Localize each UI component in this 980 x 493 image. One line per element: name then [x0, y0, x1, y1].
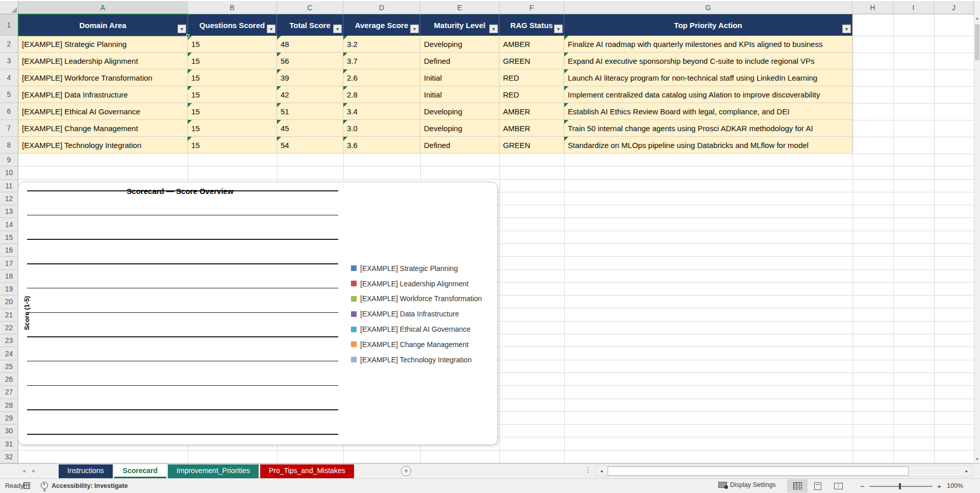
horizontal-scrollbar[interactable]: ◂ ▸ — [596, 465, 972, 477]
column-header-e[interactable]: E — [420, 1, 499, 14]
legend-item[interactable]: [EXAMPLE] Change Management — [351, 337, 482, 352]
legend-item[interactable]: [EXAMPLE] Workforce Transformation — [351, 291, 482, 307]
macro-record-icon[interactable] — [23, 482, 30, 489]
cell-questions-scored[interactable]: 15 — [188, 36, 277, 53]
row-header[interactable]: 15 — [0, 231, 18, 244]
scroll-down-icon[interactable]: ▼ — [974, 454, 980, 463]
scroll-up-icon[interactable]: ▲ — [974, 13, 980, 22]
cell-top-priority-action[interactable]: Expand AI executive sponsorship beyond C… — [564, 53, 852, 69]
cell-questions-scored[interactable]: 15 — [188, 69, 277, 86]
horizontal-scroll-thumb[interactable] — [608, 466, 909, 476]
sheet-grid[interactable] — [852, 36, 974, 154]
scroll-right-icon[interactable]: ▸ — [963, 466, 971, 476]
normal-view-button[interactable] — [787, 479, 808, 492]
header-cell-average-score[interactable]: Average Score ▾ — [343, 14, 420, 36]
cell-questions-scored[interactable]: 15 — [188, 137, 277, 154]
row-header[interactable]: 8 — [0, 137, 18, 154]
cell-domain-area[interactable]: [EXAMPLE] Technology Integration — [18, 137, 188, 154]
page-break-view-button[interactable] — [828, 479, 848, 492]
row-header[interactable]: 32 — [0, 451, 18, 463]
cell-domain-area[interactable]: [EXAMPLE] Change Management — [18, 120, 188, 137]
row-header[interactable]: 14 — [0, 218, 18, 231]
chart-title[interactable]: Scorecard — Score Overview — [18, 187, 342, 195]
row-header[interactable]: 19 — [0, 283, 18, 295]
zoom-slider-thumb[interactable] — [899, 483, 901, 489]
cell-domain-area[interactable]: [EXAMPLE] Data Infrastructure — [18, 86, 188, 103]
row-header[interactable]: 25 — [0, 360, 18, 373]
cell-maturity-level[interactable]: Initial — [420, 86, 499, 103]
header-cell-domain-area[interactable]: Domain Area ▾ — [18, 14, 188, 36]
cell-domain-area[interactable]: [EXAMPLE] Workforce Transformation — [18, 69, 188, 86]
cell-top-priority-action[interactable]: Train 50 internal change agents using Pr… — [564, 120, 852, 137]
sheet-nav-arrows[interactable]: ◂▸ — [22, 467, 42, 474]
row-header[interactable]: 26 — [0, 373, 18, 386]
row-header[interactable]: 6 — [0, 103, 18, 120]
tab-scrollbar-divider[interactable]: ⋮ — [585, 466, 592, 474]
cell-rag-status[interactable]: RED — [499, 86, 564, 103]
vertical-scroll-thumb[interactable] — [975, 24, 979, 60]
cell-top-priority-action[interactable]: Launch AI literacy program for non-techn… — [564, 69, 852, 86]
row-header[interactable]: 27 — [0, 386, 18, 399]
cell-maturity-level[interactable]: Developing — [420, 103, 499, 120]
cell-average-score[interactable]: 3.4 — [343, 103, 420, 120]
legend-item[interactable]: [EXAMPLE] Technology Integration — [351, 352, 482, 367]
column-header-d[interactable]: D — [343, 1, 420, 14]
row-header[interactable]: 7 — [0, 120, 18, 137]
row-header[interactable]: 13 — [0, 205, 18, 218]
cell-domain-area[interactable]: [EXAMPLE] Leadership Alignment — [18, 53, 188, 69]
row-header[interactable]: 20 — [0, 295, 18, 308]
header-cell-top-priority-action[interactable]: Top Priority Action ▾ — [564, 14, 852, 36]
legend-item[interactable]: [EXAMPLE] Leadership Alignment — [351, 276, 482, 291]
zoom-in-button[interactable]: + — [937, 482, 942, 490]
cell-average-score[interactable]: 3.6 — [343, 137, 420, 154]
scorecard-chart[interactable]: Scorecard — Score Overview Score (1-5) [… — [18, 182, 498, 445]
cell-total-score[interactable]: 39 — [277, 69, 343, 86]
row-header[interactable]: 4 — [0, 69, 18, 86]
row-header[interactable]: 31 — [0, 438, 18, 451]
row-header[interactable]: 22 — [0, 322, 18, 334]
cell-maturity-level[interactable]: Defined — [420, 53, 499, 69]
cell-questions-scored[interactable]: 15 — [188, 120, 277, 137]
row-header[interactable]: 10 — [0, 166, 18, 179]
cell-rag-status[interactable]: GREEN — [499, 53, 564, 69]
cell-total-score[interactable]: 45 — [277, 120, 343, 137]
cell-total-score[interactable]: 42 — [277, 86, 343, 103]
row-header[interactable]: 11 — [0, 180, 18, 192]
cell-average-score[interactable]: 2.6 — [343, 69, 420, 86]
cell-domain-area[interactable]: [EXAMPLE] Strategic Planning — [18, 36, 188, 53]
cell-top-priority-action[interactable]: Establish AI Ethics Review Board with le… — [564, 103, 852, 120]
sheet-tab[interactable]: Instructions — [59, 464, 113, 478]
cell-maturity-level[interactable]: Initial — [420, 69, 499, 86]
filter-dropdown-icon[interactable]: ▾ — [410, 24, 419, 33]
cell-maturity-level[interactable]: Defined — [420, 137, 499, 154]
column-header-g[interactable]: G — [564, 1, 852, 14]
cell-rag-status[interactable]: AMBER — [499, 120, 564, 137]
cell-maturity-level[interactable]: Developing — [420, 120, 499, 137]
column-header-c[interactable]: C — [277, 1, 343, 14]
new-sheet-button[interactable]: + — [401, 466, 411, 476]
legend-item[interactable]: [EXAMPLE] Data Infrastructure — [351, 306, 482, 322]
column-header-b[interactable]: B — [188, 1, 277, 14]
column-header-i[interactable]: I — [893, 1, 934, 14]
row-header[interactable]: 24 — [0, 347, 18, 360]
cell-rag-status[interactable]: GREEN — [499, 137, 564, 154]
sheet-tab[interactable]: Improvement_Priorities — [168, 464, 259, 478]
row-header[interactable]: 17 — [0, 257, 18, 269]
cell-rag-status[interactable]: RED — [499, 69, 564, 86]
cell-total-score[interactable]: 48 — [277, 36, 343, 53]
column-header-h[interactable]: H — [852, 1, 893, 14]
cell-average-score[interactable]: 3.7 — [343, 53, 420, 69]
zoom-out-button[interactable]: − — [860, 482, 865, 490]
row-header[interactable]: 2 — [0, 36, 18, 53]
sheet-tab[interactable]: Scorecard — [114, 464, 166, 478]
row-header[interactable]: 16 — [0, 244, 18, 257]
legend-item[interactable]: [EXAMPLE] Ethical AI Governance — [351, 322, 482, 337]
cell-total-score[interactable]: 56 — [277, 53, 343, 69]
row-header[interactable]: 23 — [0, 334, 18, 347]
filter-dropdown-icon[interactable]: ▾ — [842, 24, 851, 33]
cell-average-score[interactable]: 3.2 — [343, 36, 420, 53]
filter-dropdown-icon[interactable]: ▾ — [489, 24, 498, 33]
filter-dropdown-icon[interactable]: ▾ — [554, 24, 563, 33]
cell-top-priority-action[interactable]: Implement centralized data catalog using… — [564, 86, 852, 103]
sheet-tab[interactable]: Pro_Tips_and_Mistakes — [260, 464, 354, 478]
